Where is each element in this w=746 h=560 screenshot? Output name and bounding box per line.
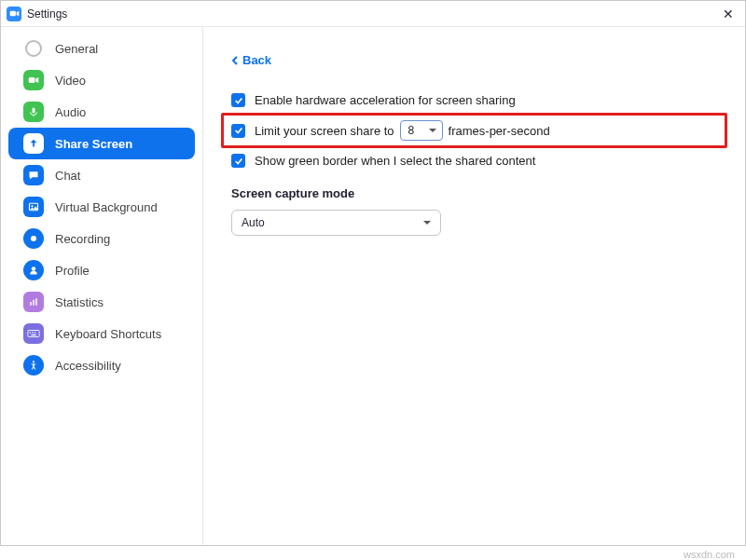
svg-point-14	[33, 361, 35, 362]
sidebar-item-general[interactable]: General	[8, 33, 195, 64]
main-panel: Back Enable hardware acceleration for sc…	[203, 27, 745, 545]
sidebar-item-share-screen[interactable]: Share Screen	[8, 128, 195, 159]
highlighted-option: Limit your screen share to 8 frames-per-…	[221, 113, 727, 148]
sidebar-item-label: Profile	[55, 264, 90, 278]
profile-icon	[23, 260, 44, 280]
sidebar-item-label: General	[55, 42, 98, 56]
titlebar: Settings ✕	[1, 1, 745, 27]
svg-rect-8	[35, 298, 37, 306]
sidebar-item-video[interactable]: Video	[8, 64, 195, 96]
watermark: wsxdn.com	[684, 549, 735, 560]
sidebar-item-label: Chat	[55, 169, 80, 183]
window-title: Settings	[27, 7, 67, 20]
svg-rect-12	[35, 332, 35, 333]
svg-point-5	[32, 266, 36, 271]
sidebar-item-virtual-background[interactable]: Virtual Background	[8, 191, 195, 223]
sidebar-item-chat[interactable]: Chat	[8, 159, 195, 191]
app-icon	[7, 7, 21, 21]
back-label: Back	[242, 53, 271, 67]
sidebar-item-profile[interactable]: Profile	[8, 254, 195, 286]
svg-rect-6	[30, 302, 32, 306]
svg-rect-0	[9, 11, 15, 17]
virtual-background-icon	[23, 197, 44, 217]
sidebar-item-statistics[interactable]: Statistics	[8, 286, 195, 318]
option-label-post: frames-per-second	[449, 124, 550, 138]
sidebar-item-recording[interactable]: Recording	[8, 223, 195, 254]
statistics-icon	[23, 292, 44, 312]
option-label: Enable hardware acceleration for screen …	[255, 93, 516, 107]
checkbox-limit-fps[interactable]	[231, 124, 245, 138]
option-limit-fps: Limit your screen share to 8 frames-per-…	[231, 120, 717, 141]
svg-point-3	[31, 205, 33, 207]
option-label: Show green border when I select the shar…	[255, 154, 535, 168]
capture-mode-value: Auto	[242, 216, 265, 229]
recording-icon	[23, 228, 44, 249]
sidebar-item-accessibility[interactable]: Accessibility	[8, 349, 195, 381]
svg-rect-13	[31, 335, 35, 335]
sidebar-item-label: Keyboard Shortcuts	[55, 327, 161, 341]
sidebar-item-keyboard-shortcuts[interactable]: Keyboard Shortcuts	[8, 318, 195, 349]
accessibility-icon	[23, 355, 44, 376]
svg-rect-7	[33, 300, 35, 306]
fps-select[interactable]: 8	[400, 120, 443, 141]
sidebar-item-label: Recording	[55, 232, 110, 246]
sidebar-item-label: Video	[55, 74, 86, 88]
sidebar-item-audio[interactable]: Audio	[8, 96, 195, 128]
svg-rect-9	[28, 331, 39, 337]
gear-icon	[23, 38, 44, 59]
sidebar-item-label: Accessibility	[55, 359, 121, 373]
settings-window: Settings ✕ General Video Audio Share Scr…	[0, 0, 746, 546]
svg-point-4	[31, 236, 36, 241]
sidebar-item-label: Share Screen	[55, 137, 132, 151]
keyboard-icon	[23, 323, 44, 344]
svg-rect-11	[32, 332, 33, 333]
svg-rect-1	[29, 77, 35, 83]
sidebar-item-label: Audio	[55, 105, 86, 119]
window-body: General Video Audio Share Screen Chat Vi…	[1, 27, 745, 545]
back-button[interactable]: Back	[231, 53, 271, 67]
sidebar-item-label: Virtual Background	[55, 200, 158, 214]
checkbox-green-border[interactable]	[231, 154, 245, 168]
sidebar-item-label: Statistics	[55, 295, 104, 309]
section-title-capture-mode: Screen capture mode	[231, 186, 717, 200]
option-hardware-accel: Enable hardware acceleration for screen …	[231, 93, 717, 107]
close-button[interactable]: ✕	[717, 7, 739, 21]
option-green-border: Show green border when I select the shar…	[231, 154, 717, 168]
video-icon	[23, 70, 44, 90]
option-label-pre: Limit your screen share to	[255, 124, 394, 138]
svg-rect-10	[30, 332, 31, 333]
chat-icon	[23, 165, 44, 185]
capture-mode-select[interactable]: Auto	[231, 210, 441, 236]
checkbox-hardware-accel[interactable]	[231, 93, 245, 107]
audio-icon	[23, 102, 44, 122]
sidebar: General Video Audio Share Screen Chat Vi…	[1, 27, 203, 545]
share-screen-icon	[23, 133, 44, 154]
